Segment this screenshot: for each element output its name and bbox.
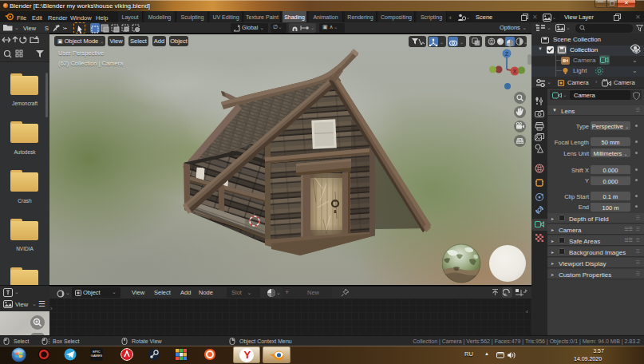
svg-text:Z: Z: [505, 51, 509, 57]
svg-text:X: X: [513, 69, 517, 74]
